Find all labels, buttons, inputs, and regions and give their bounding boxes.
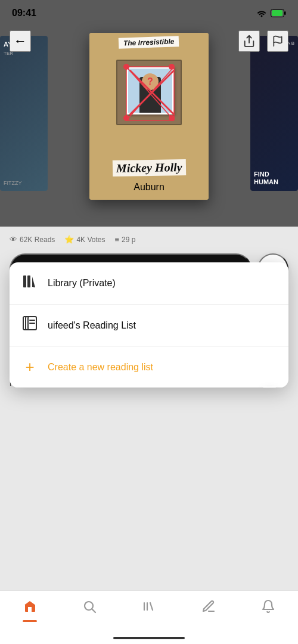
bookmark-icon xyxy=(21,315,38,336)
dropdown-overlay[interactable]: Library (Private) uifeed's Reading List … xyxy=(0,0,298,644)
wifi-icon xyxy=(256,9,267,17)
dropdown-create-label: Create a new reading list xyxy=(48,362,153,373)
dropdown-library-label: Library (Private) xyxy=(48,278,116,289)
plus-icon: + xyxy=(21,358,38,376)
status-bar: 09:41 xyxy=(0,0,298,26)
svg-rect-2 xyxy=(284,11,286,15)
library-icon xyxy=(21,273,38,293)
svg-rect-1 xyxy=(272,10,283,16)
dropdown-item-library[interactable]: Library (Private) xyxy=(10,262,288,305)
status-icons xyxy=(256,9,286,17)
svg-rect-14 xyxy=(27,275,30,287)
battery-icon xyxy=(271,9,286,17)
status-time: 09:41 xyxy=(12,8,36,18)
dropdown-reading-list-label: uifeed's Reading List xyxy=(48,320,136,331)
dropdown-item-create[interactable]: + Create a new reading list xyxy=(10,347,288,388)
dropdown-caret xyxy=(262,386,277,388)
svg-rect-13 xyxy=(23,275,26,287)
dropdown-card: Library (Private) uifeed's Reading List … xyxy=(10,262,288,388)
dropdown-item-reading-list[interactable]: uifeed's Reading List xyxy=(10,305,288,347)
